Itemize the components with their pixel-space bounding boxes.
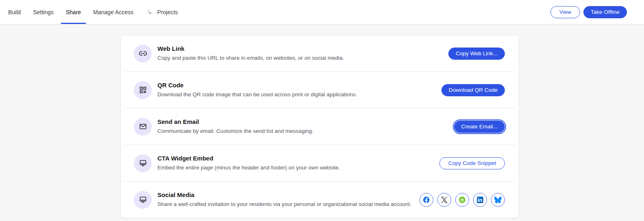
share-options-card: Web Link Copy and paste this URL to shar… [120,35,519,218]
download-qr-code-button[interactable]: Download QR Code [441,84,505,96]
tab-settings[interactable]: Settings [28,0,59,24]
row-description: Communicate by email. Customize the send… [157,128,313,134]
row-description: Embed the entire page (minus the header … [157,165,340,171]
tab-share[interactable]: Share [61,0,86,24]
row-description: Share a well-crafted invitation to your … [157,201,411,208]
x-icon [440,196,448,204]
share-facebook-button[interactable] [419,193,433,207]
main-tabs: Build Settings Share Manage Access [3,0,138,24]
take-offline-button[interactable]: Take Offline [583,6,627,18]
qr-code-icon [134,81,152,99]
share-row-social-media: Social Media Share a well-crafted invita… [121,182,519,218]
copy-code-snippet-button[interactable]: Copy Code Snippet [439,157,505,169]
nextdoor-icon [458,196,466,204]
share-row-send-email: Send an Email Communicate by email. Cust… [121,108,519,145]
row-title: Web Link [157,46,344,52]
row-title: Social Media [157,192,411,199]
share-linkedin-button[interactable] [473,193,487,207]
monitor-icon [134,191,152,209]
monitor-icon [134,154,152,172]
tab-build[interactable]: Build [3,0,26,24]
bluesky-icon [494,196,502,204]
social-share-buttons [419,193,505,207]
share-row-cta-widget-embed: CTA Widget Embed Embed the entire page (… [121,145,519,181]
share-x-button[interactable] [437,193,451,207]
topbar: Build Settings Share Manage Access ↳ Pro… [0,0,644,24]
create-email-button[interactable]: Create Email... [454,121,505,133]
share-row-qr-code: QR Code Download the QR code image that … [121,72,519,108]
facebook-icon [422,196,430,204]
share-row-web-link: Web Link Copy and paste this URL to shar… [121,35,519,72]
share-bluesky-button[interactable] [491,193,505,207]
tab-projects[interactable]: Projects [157,9,178,15]
row-description: Download the QR code image that can be u… [157,91,357,98]
row-title: QR Code [157,82,357,89]
copy-web-link-button[interactable]: Copy Web Link... [448,48,505,60]
return-arrow-icon: ↳ [147,9,153,16]
tab-manage-access[interactable]: Manage Access [88,0,138,24]
share-page: Web Link Copy and paste this URL to shar… [0,24,644,218]
link-icon [134,45,152,63]
row-description: Copy and paste this URL to share in emai… [157,55,344,61]
row-title: Send an Email [157,119,313,126]
view-button[interactable]: View [550,6,580,18]
topbar-actions: View Take Offline [550,0,627,24]
envelope-icon [134,118,152,136]
row-title: CTA Widget Embed [157,155,340,162]
share-nextdoor-button[interactable] [455,193,469,207]
projects-breadcrumb: ↳ Projects [147,0,178,24]
linkedin-icon [476,196,484,204]
